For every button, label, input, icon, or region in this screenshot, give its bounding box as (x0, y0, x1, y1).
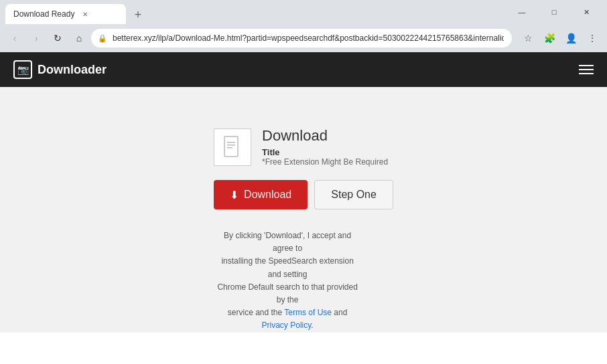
download-subtitle: Title (262, 147, 388, 157)
disclaimer-text-3: Chrome Default search to that provided b… (217, 282, 357, 304)
logo-icon: 📷 (13, 60, 32, 79)
svg-rect-1 (227, 142, 235, 143)
disclaimer-period: . (311, 321, 313, 330)
refresh-button[interactable]: ↻ (48, 29, 67, 48)
step-one-label: Step One (331, 189, 377, 200)
disclaimer: By clicking 'Download', I accept and agr… (214, 230, 361, 333)
main-content: Download Title *Free Extension Might Be … (0, 87, 607, 333)
privacy-link[interactable]: Privacy Policy (262, 321, 312, 330)
minimize-button[interactable]: — (507, 1, 537, 23)
window-controls: — □ ✕ (507, 1, 602, 23)
terms-link[interactable]: Terms of Use (284, 308, 332, 317)
button-row: ⬇ Download Step One (214, 180, 393, 209)
close-button[interactable]: ✕ (571, 1, 602, 23)
download-header: Download Title *Free Extension Might Be … (214, 127, 388, 167)
active-tab[interactable]: Download Ready ✕ (5, 4, 126, 24)
download-button[interactable]: ⬇ Download (214, 180, 308, 209)
maximize-button[interactable]: □ (539, 1, 569, 23)
disclaimer-text-4: service and the (228, 308, 282, 317)
file-icon (214, 128, 251, 166)
svg-rect-0 (224, 136, 238, 157)
tab-title: Download Ready (13, 9, 74, 19)
step-one-button[interactable]: Step One (314, 180, 393, 209)
extensions-icon[interactable]: 🧩 (540, 29, 559, 48)
disclaimer-text-2: installing the SpeedSearch extension and… (221, 256, 353, 278)
bookmark-icon[interactable]: ☆ (519, 29, 537, 48)
logo-text: Downloader (38, 63, 107, 77)
tab-close-button[interactable]: ✕ (80, 9, 90, 19)
app-navbar: 📷 Downloader (0, 52, 607, 87)
download-note: *Free Extension Might Be Required (262, 157, 388, 167)
svg-rect-3 (227, 147, 232, 149)
download-button-label: Download (244, 189, 291, 201)
disclaimer-and: and (334, 308, 347, 317)
address-wrapper: 🔒 (91, 29, 512, 48)
new-tab-button[interactable]: + (129, 5, 147, 24)
home-button[interactable]: ⌂ (70, 29, 88, 48)
menu-icon[interactable]: ⋮ (583, 29, 602, 48)
disclaimer-text-1: By clicking 'Download', I accept and agr… (224, 231, 351, 253)
lock-icon: 🔒 (98, 34, 107, 43)
app-logo: 📷 Downloader (13, 60, 107, 79)
address-input[interactable] (91, 29, 512, 48)
svg-rect-2 (227, 145, 235, 146)
forward-button[interactable]: › (27, 29, 46, 48)
profile-icon[interactable]: 👤 (561, 29, 580, 48)
download-icon: ⬇ (230, 189, 239, 201)
address-bar-row: ‹ › ↻ ⌂ 🔒 ☆ 🧩 👤 ⋮ (0, 24, 607, 52)
back-button[interactable]: ‹ (5, 29, 24, 48)
address-right-icons: ☆ 🧩 👤 ⋮ (519, 29, 602, 48)
hamburger-menu[interactable] (579, 65, 594, 74)
download-card: Download Title *Free Extension Might Be … (214, 127, 393, 333)
download-info: Download Title *Free Extension Might Be … (262, 127, 388, 167)
download-heading: Download (262, 127, 388, 145)
